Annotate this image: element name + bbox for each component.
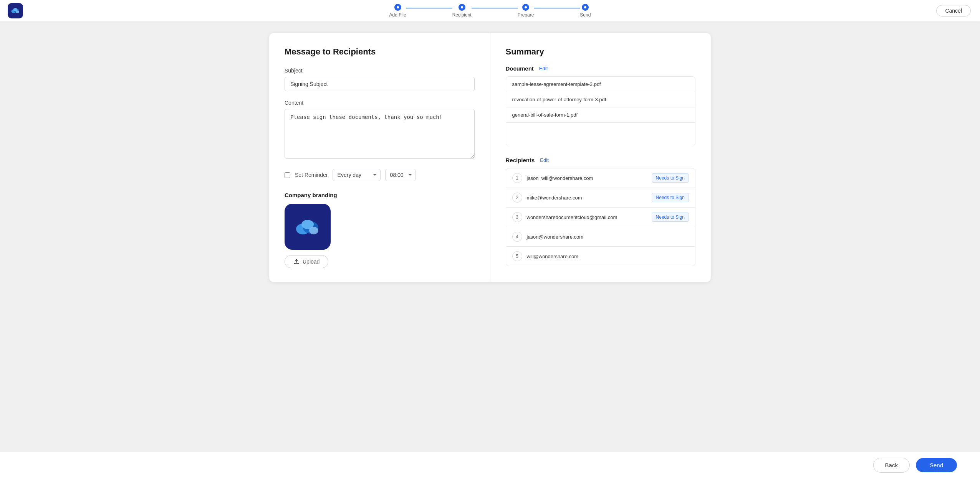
upload-icon — [293, 259, 300, 265]
reminder-row: Set Reminder Every day Every 2 days Ever… — [285, 169, 475, 181]
subject-label: Subject — [285, 68, 475, 74]
recipients-section-header: Recipients Edit — [506, 157, 696, 163]
recipient-email-1: jason_will@wondershare.com — [527, 175, 647, 181]
right-panel: Summary Document Edit sample-lease-agree… — [490, 33, 711, 282]
content-textarea[interactable]: Please sign these documents, thank you s… — [285, 109, 475, 159]
recipient-num-3: 3 — [512, 212, 522, 222]
recipient-email-5: will@wondershare.com — [527, 254, 689, 259]
svg-point-4 — [397, 6, 399, 8]
recipient-email-4: jason@wondershare.com — [527, 234, 689, 240]
svg-point-6 — [525, 6, 527, 8]
topbar: Add File Recipient Prepare Send Cancel — [0, 0, 980, 21]
reminder-time-select[interactable]: 08:00 09:00 10:00 — [385, 169, 416, 181]
step-circle-recipient — [459, 4, 465, 11]
reminder-label: Set Reminder — [295, 172, 328, 178]
doc-item-2: revocation-of-power-of-attorney-form-3.p… — [506, 92, 695, 107]
doc-item-3: general-bill-of-sale-form-1.pdf — [506, 107, 695, 123]
recipient-item-2: 2 mike@wondershare.com Needs to Sign — [506, 188, 695, 208]
app-logo — [8, 3, 23, 18]
recipient-item-1: 1 jason_will@wondershare.com Needs to Si… — [506, 168, 695, 188]
recipient-num-2: 2 — [512, 193, 522, 203]
recipient-item-5: 5 will@wondershare.com — [506, 247, 695, 266]
reminder-frequency-select[interactable]: Every day Every 2 days Every week — [333, 169, 381, 181]
step-label-recipient: Recipient — [452, 12, 472, 18]
recipient-email-2: mike@wondershare.com — [527, 195, 647, 201]
needs-to-sign-badge-2: Needs to Sign — [652, 193, 689, 202]
step-send: Send — [580, 4, 591, 18]
step-line-1 — [406, 8, 452, 8]
recipient-email-3: wondersharedocumentcloud@gmail.com — [527, 214, 647, 220]
recipients-edit-link[interactable]: Edit — [540, 157, 548, 163]
back-button[interactable]: Back — [873, 458, 910, 473]
branding-title: Company branding — [285, 192, 475, 198]
doc-list-spacer — [506, 123, 695, 146]
content-label: Content — [285, 100, 475, 106]
doc-item-1: sample-lease-agreement-template-3.pdf — [506, 77, 695, 92]
step-recipient: Recipient — [452, 4, 472, 18]
step-label-add-file: Add File — [389, 12, 406, 18]
left-panel: Message to Recipients Subject Content Pl… — [269, 33, 490, 282]
step-circle-add-file — [394, 4, 401, 11]
step-line-2 — [472, 8, 518, 8]
step-circle-send — [582, 4, 589, 11]
document-section-header: Document Edit — [506, 65, 696, 72]
step-add-file: Add File — [389, 4, 406, 18]
recipient-num-5: 5 — [512, 251, 522, 261]
svg-point-11 — [309, 227, 318, 234]
step-label-send: Send — [580, 12, 591, 18]
svg-point-3 — [16, 10, 19, 13]
summary-title: Summary — [506, 47, 696, 57]
document-edit-link[interactable]: Edit — [539, 66, 548, 71]
needs-to-sign-badge-3: Needs to Sign — [652, 213, 689, 222]
steps-nav: Add File Recipient Prepare Send — [389, 4, 591, 18]
subject-input[interactable] — [285, 77, 475, 91]
main-card: Message to Recipients Subject Content Pl… — [269, 33, 711, 282]
step-label-prepare: Prepare — [518, 12, 534, 18]
recipient-num-1: 1 — [512, 173, 522, 183]
main-content: Message to Recipients Subject Content Pl… — [0, 21, 980, 320]
recipient-num-4: 4 — [512, 232, 522, 242]
upload-label: Upload — [303, 259, 319, 265]
cancel-button[interactable]: Cancel — [936, 5, 971, 16]
needs-to-sign-badge-1: Needs to Sign — [652, 173, 689, 183]
svg-point-5 — [461, 6, 463, 8]
document-list: sample-lease-agreement-template-3.pdf re… — [506, 76, 696, 146]
left-panel-title: Message to Recipients — [285, 47, 475, 57]
upload-button[interactable]: Upload — [285, 255, 328, 268]
step-line-3 — [534, 8, 580, 8]
recipients-section-label: Recipients — [506, 157, 535, 163]
document-section-label: Document — [506, 65, 534, 72]
bottombar: Back Send — [0, 452, 980, 478]
recipients-list: 1 jason_will@wondershare.com Needs to Si… — [506, 168, 696, 266]
recipient-item-4: 4 jason@wondershare.com — [506, 227, 695, 247]
branding-logo-box — [285, 204, 331, 250]
recipient-item-3: 3 wondersharedocumentcloud@gmail.com Nee… — [506, 208, 695, 227]
send-button[interactable]: Send — [916, 458, 957, 472]
step-prepare: Prepare — [518, 4, 534, 18]
svg-point-7 — [584, 6, 586, 8]
set-reminder-checkbox[interactable] — [285, 172, 290, 178]
step-circle-prepare — [522, 4, 529, 11]
